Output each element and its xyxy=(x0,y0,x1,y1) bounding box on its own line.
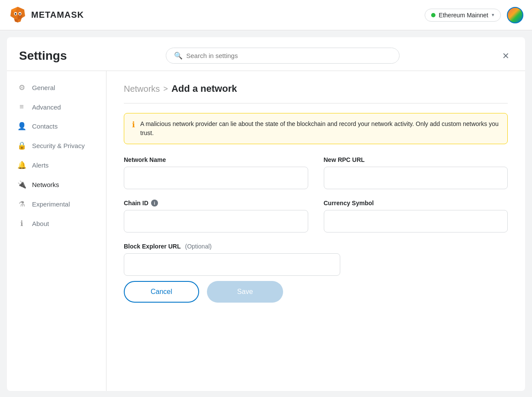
rpc-url-field: New RPC URL xyxy=(324,156,508,189)
search-input-wrapper: 🔍 xyxy=(166,48,400,64)
chain-id-field: Chain ID i xyxy=(124,200,308,232)
form-row-chain-currency: Chain ID i Currency Symbol xyxy=(124,200,508,232)
avatar[interactable] xyxy=(507,7,523,23)
sidebar-label-about: About xyxy=(32,220,49,227)
rpc-url-label: New RPC URL xyxy=(324,156,508,163)
chain-id-label: Chain ID i xyxy=(124,200,308,207)
breadcrumb: Networks > Add a network xyxy=(124,83,508,94)
sidebar-item-advanced[interactable]: ≡ Advanced xyxy=(7,97,106,116)
lock-icon: 🔒 xyxy=(17,141,26,150)
metamask-fox-icon xyxy=(9,6,27,24)
bell-icon: 🔔 xyxy=(17,161,26,170)
contacts-icon: 👤 xyxy=(17,122,26,131)
network-selector[interactable]: Ethereum Mainnet ▾ xyxy=(425,9,501,22)
sidebar-label-general: General xyxy=(32,84,55,91)
button-row: Cancel Save xyxy=(124,281,508,303)
currency-symbol-input[interactable] xyxy=(324,210,508,232)
settings-header: Settings 🔍 ✕ xyxy=(7,37,525,71)
sidebar-label-advanced: Advanced xyxy=(32,103,61,111)
app-header: METAMASK Ethereum Mainnet ▾ xyxy=(0,0,532,30)
network-name-input[interactable] xyxy=(124,167,308,189)
chevron-down-icon: ▾ xyxy=(492,12,494,18)
search-icon: 🔍 xyxy=(174,52,183,60)
header-right: Ethereum Mainnet ▾ xyxy=(425,7,523,23)
sidebar-label-alerts: Alerts xyxy=(32,161,48,169)
form-row-network-rpc: Network Name New RPC URL xyxy=(124,156,508,189)
svg-point-7 xyxy=(15,13,16,14)
search-area: 🔍 xyxy=(166,48,400,64)
sidebar-label-security: Security & Privacy xyxy=(32,142,85,149)
block-explorer-label: Block Explorer URL (Optional) xyxy=(124,243,340,250)
rpc-url-input[interactable] xyxy=(324,167,508,189)
save-button[interactable]: Save xyxy=(207,281,283,303)
sidebar-item-alerts[interactable]: 🔔 Alerts xyxy=(7,155,106,175)
close-button[interactable]: ✕ xyxy=(499,49,513,63)
logo-text: METAMASK xyxy=(31,10,84,20)
network-name-field: Network Name xyxy=(124,156,308,189)
settings-title: Settings xyxy=(19,49,67,63)
breadcrumb-divider xyxy=(124,103,508,103)
currency-symbol-field: Currency Symbol xyxy=(324,200,508,232)
chain-id-info-icon[interactable]: i xyxy=(151,200,158,207)
block-explorer-optional: (Optional) xyxy=(185,243,211,250)
search-input[interactable] xyxy=(186,52,391,59)
chain-id-input[interactable] xyxy=(124,210,308,232)
warning-text: A malicious network provider can lie abo… xyxy=(140,119,500,138)
info-icon: ℹ xyxy=(17,219,26,228)
sidebar-label-experimental: Experimental xyxy=(32,200,70,208)
network-status-dot xyxy=(431,13,435,17)
sidebar-item-experimental[interactable]: ⚗ Experimental xyxy=(7,194,106,214)
gear-icon: ⚙ xyxy=(17,83,26,92)
sidebar-item-general[interactable]: ⚙ General xyxy=(7,78,106,97)
block-explorer-field: Block Explorer URL (Optional) xyxy=(124,243,340,276)
breadcrumb-current: Add a network xyxy=(171,83,237,94)
plug-icon: 🔌 xyxy=(17,180,26,189)
logo-area: METAMASK xyxy=(9,6,84,24)
currency-symbol-label: Currency Symbol xyxy=(324,200,508,207)
sidebar-item-about[interactable]: ℹ About xyxy=(7,214,106,233)
settings-body: ⚙ General ≡ Advanced 👤 Contacts 🔒 Securi… xyxy=(7,71,525,391)
warning-icon: ℹ xyxy=(132,120,135,129)
sidebar-item-security[interactable]: 🔒 Security & Privacy xyxy=(7,136,106,155)
sidebar-item-networks[interactable]: 🔌 Networks xyxy=(7,175,106,194)
sliders-icon: ≡ xyxy=(17,103,26,111)
cancel-button[interactable]: Cancel xyxy=(124,281,199,303)
block-explorer-input[interactable] xyxy=(124,253,340,276)
sidebar: ⚙ General ≡ Advanced 👤 Contacts 🔒 Securi… xyxy=(7,71,106,391)
svg-point-8 xyxy=(19,13,20,14)
sidebar-label-networks: Networks xyxy=(32,181,59,188)
main-content: Networks > Add a network ℹ A malicious n… xyxy=(106,71,525,391)
flask-icon: ⚗ xyxy=(17,200,26,209)
breadcrumb-parent[interactable]: Networks xyxy=(124,84,160,94)
settings-container: Settings 🔍 ✕ ⚙ General ≡ Advanced 👤 Cont… xyxy=(7,37,525,391)
breadcrumb-separator: > xyxy=(163,84,168,94)
warning-banner: ℹ A malicious network provider can lie a… xyxy=(124,113,508,144)
sidebar-item-contacts[interactable]: 👤 Contacts xyxy=(7,116,106,136)
network-name-label: Ethereum Mainnet xyxy=(439,12,488,19)
sidebar-label-contacts: Contacts xyxy=(32,123,58,130)
network-name-label: Network Name xyxy=(124,156,308,163)
